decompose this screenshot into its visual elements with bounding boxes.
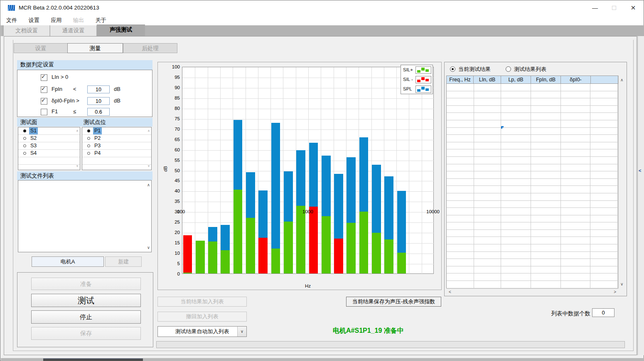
auto-add-combo[interactable]: 测试结果自动加入列表 ∨ [157,326,247,337]
table-cell [447,157,474,164]
column-header[interactable]: Lp, dB [501,76,531,84]
fpin-threshold-input[interactable] [87,85,110,93]
table-cell [561,120,591,127]
bar-5000hz-sil_plus [397,253,406,273]
radio-result-list-label[interactable]: 测试结果列表 [514,66,546,73]
table-cell [531,91,561,98]
table-cell [531,281,561,288]
list-item-p1[interactable]: P1 [82,127,151,135]
table-cell [474,201,501,208]
chevron-down-icon[interactable]: ∨ [237,327,246,337]
scroll-down-icon[interactable]: ▼ [76,165,79,168]
table-row [447,179,618,186]
close-button[interactable]: ✕ [624,0,643,15]
point-list: P1 P2 P3 P4 ▲ ▼ [82,127,152,170]
tab-channel-settings[interactable]: 通道设置 [50,25,96,36]
test-button[interactable]: 测试 [31,294,141,307]
column-header[interactable] [591,76,618,84]
table-row [447,208,618,215]
stop-button[interactable]: 停止 [31,310,141,324]
file-listbox[interactable]: ∧ ∨ [18,180,152,252]
results-table-body[interactable] [446,84,618,288]
menu-apply[interactable]: 应用 [51,15,61,25]
table-row [447,171,618,179]
table-row [447,157,618,164]
table-cell [501,164,531,171]
checkbox-fpin[interactable]: ✓ [41,86,47,93]
table-cell [531,157,561,164]
unselected-bullet-icon [87,137,90,140]
bar-1600hz-spl [334,174,343,239]
table-cell [474,106,501,113]
table-cell [531,230,561,237]
scroll-down-icon[interactable]: ▼ [147,165,150,168]
table-cell [447,91,474,98]
list-item-s2[interactable]: S2 [18,135,80,142]
maximize-button[interactable]: ☐ [605,0,624,15]
f1-threshold-input[interactable] [87,108,110,116]
scroll-up-icon[interactable]: ▲ [147,129,150,132]
radio-current-result[interactable] [450,66,455,72]
table-row [447,186,618,193]
list-item-s1[interactable]: S1 [18,127,80,135]
list-item-label: P3 [93,142,102,149]
column-header[interactable]: Freq., Hz [446,76,474,84]
column-header[interactable]: FpIn, dB [531,76,561,84]
scroll-up-icon[interactable]: ∧ [620,78,623,82]
scroll-down-icon[interactable]: ∨ [147,245,150,250]
table-cell [531,120,561,127]
horizontal-scrollbar[interactable]: < > [447,288,618,295]
column-header[interactable]: LIn, dB [474,76,501,84]
subtab-setup[interactable]: 设置 [14,43,68,53]
y-tick-label: 90 [164,85,180,90]
radio-result-list[interactable] [506,66,511,72]
checkbox-dpio[interactable]: ✓ [41,98,47,105]
table-cell [561,149,591,156]
tab-document-settings[interactable]: 文档设置 [4,25,50,36]
list-item-s4[interactable]: S4 [18,150,80,157]
table-cell [590,208,618,215]
tab-sound-intensity-test[interactable]: 声强测试 [97,24,145,36]
list-item-p2[interactable]: P2 [82,135,151,142]
scroll-left-icon[interactable]: < [449,290,451,294]
table-cell [447,252,474,259]
scroll-right-icon[interactable]: > [614,290,616,294]
app-icon [8,5,15,11]
subtab-measure[interactable]: 测量 [67,43,123,53]
list-item-s3[interactable]: S3 [18,142,80,150]
menu-file[interactable]: 文件 [6,15,17,25]
table-row [447,201,618,208]
list-item-label: P2 [93,135,102,142]
x-tick-1000: 1000 [302,209,313,214]
column-header[interactable]: δpI0-FpIn,dB [561,76,591,84]
list-item-p3[interactable]: P3 [82,142,151,150]
dpio-threshold-input[interactable] [87,97,110,105]
menu-settings[interactable]: 设置 [29,15,39,25]
scroll-down-icon[interactable]: ∨ [620,282,623,286]
save-as-pressure-residual-button[interactable]: 当前结果保存为声压-残余声强指数 [346,297,441,307]
scroll-up-icon[interactable]: ∧ [147,183,150,187]
legend-label: SIL+ [403,65,413,75]
v-gridline [409,67,409,274]
subtab-postprocess[interactable]: 后处理 [123,43,177,53]
table-row [447,149,618,157]
checkbox-f1[interactable] [41,109,47,115]
checkbox-lin[interactable]: ✓ [41,74,47,81]
minimize-button[interactable]: — [585,0,605,15]
radio-current-result-label[interactable]: 当前测试结果 [458,66,491,73]
table-cell [531,135,561,142]
table-cell [590,142,618,149]
table-cell [590,171,618,178]
list-item-p4[interactable]: P4 [82,150,151,157]
new-button[interactable]: 新建 [105,256,142,267]
list-count-input[interactable] [592,308,615,317]
vertical-scrollbar[interactable]: ∧ ∨ [618,76,625,288]
y-tick-label: 10 [164,251,180,256]
motor-a-button[interactable]: 电机A [32,256,104,267]
bar-2000hz-spl [347,157,356,223]
scroll-up-icon[interactable]: ▲ [76,129,79,132]
table-cell [447,149,474,156]
menu-about[interactable]: 关于 [96,15,106,25]
panel-expander-icon[interactable]: < [639,168,644,173]
bar-3150hz-sil_plus [372,233,381,273]
